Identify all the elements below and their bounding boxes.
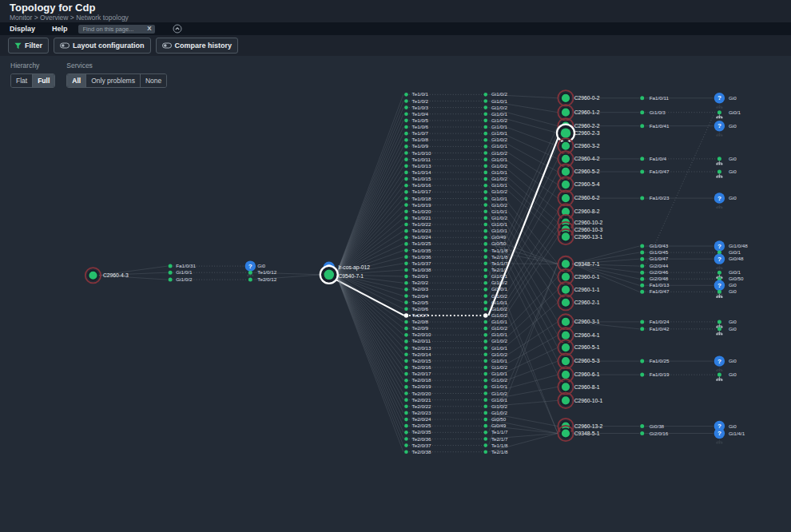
services-option-all[interactable]: All bbox=[67, 74, 86, 87]
port-dot bbox=[483, 320, 487, 324]
port-label: Te2/0/21 bbox=[412, 397, 432, 403]
port-dot bbox=[483, 255, 487, 259]
port-dot bbox=[404, 125, 408, 129]
port-dot bbox=[404, 268, 408, 272]
device-label: C2960-4-3 bbox=[103, 272, 129, 278]
leaf-device-node[interactable] bbox=[717, 110, 721, 114]
breadcrumb-network-topology[interactable]: Network topology bbox=[76, 14, 129, 22]
leaf-device-node[interactable] bbox=[717, 327, 721, 331]
device-node[interactable] bbox=[561, 154, 570, 164]
leaf-device-node[interactable] bbox=[717, 271, 721, 275]
device-node[interactable] bbox=[561, 428, 570, 438]
device-node[interactable] bbox=[561, 356, 570, 366]
leaf-device-node[interactable] bbox=[717, 373, 721, 377]
port-label: Te1/0/15 bbox=[412, 176, 432, 181]
search-clear-icon[interactable]: X bbox=[147, 26, 151, 32]
device-node[interactable] bbox=[561, 141, 570, 151]
port-label: Te1/0/3 bbox=[412, 105, 429, 110]
port-dot bbox=[404, 242, 408, 246]
port-label: Gi1/0/2 bbox=[491, 391, 508, 396]
device-label: C9348-7-1 bbox=[574, 261, 600, 267]
leaf-device-node[interactable] bbox=[717, 290, 721, 294]
port-dot bbox=[640, 251, 644, 255]
leaf-device-node[interactable] bbox=[717, 320, 721, 324]
port-dot bbox=[483, 372, 487, 376]
device-node[interactable] bbox=[561, 317, 570, 327]
device-node[interactable] bbox=[561, 108, 570, 117]
port-dot bbox=[483, 105, 487, 109]
device-node-selected[interactable] bbox=[561, 128, 571, 138]
device-node[interactable] bbox=[561, 232, 570, 241]
device-node[interactable] bbox=[561, 370, 570, 379]
device-node[interactable] bbox=[561, 285, 570, 295]
port-dot bbox=[483, 391, 487, 395]
port-label: Te2/0/12 bbox=[257, 276, 277, 282]
services-option-none[interactable]: None bbox=[141, 74, 166, 87]
port-dot bbox=[169, 271, 173, 275]
device-node[interactable] bbox=[561, 331, 570, 340]
device-node[interactable] bbox=[561, 93, 570, 103]
port-dot bbox=[404, 216, 408, 220]
compare-history-button[interactable]: Compare history bbox=[156, 38, 239, 54]
menu-help[interactable]: Help bbox=[52, 25, 68, 33]
port-label: Te1/0/9 bbox=[412, 143, 429, 149]
device-label: C2960-1-1 bbox=[574, 287, 600, 292]
search-input[interactable] bbox=[81, 25, 148, 34]
device-node[interactable] bbox=[561, 272, 570, 281]
port-dot bbox=[483, 223, 487, 227]
device-node[interactable] bbox=[561, 167, 570, 177]
port-dot bbox=[404, 281, 408, 285]
tree-icon bbox=[717, 105, 721, 106]
port-label: Te2/0/37 bbox=[412, 443, 432, 448]
port-label: Gi1/0/1 bbox=[491, 143, 508, 149]
port-dot bbox=[404, 288, 408, 292]
port-dot bbox=[404, 197, 408, 200]
services-option-only-problems[interactable]: Only problems bbox=[86, 74, 141, 87]
question-mark-icon: ? bbox=[717, 195, 721, 202]
device-node[interactable] bbox=[88, 271, 97, 280]
port-dot bbox=[404, 132, 408, 136]
breadcrumb-overview[interactable]: Overview bbox=[40, 14, 68, 22]
toggle-icon bbox=[60, 42, 70, 49]
port-dot bbox=[483, 190, 487, 194]
port-label: Gi2/0/44 bbox=[650, 263, 669, 268]
port-label: Te1/0/6 bbox=[412, 124, 429, 129]
collapse-panel-button[interactable] bbox=[173, 24, 182, 34]
breadcrumb-monitor[interactable]: Monitor bbox=[10, 14, 32, 22]
find-on-page-search[interactable]: X bbox=[78, 25, 155, 34]
device-node[interactable] bbox=[561, 382, 570, 391]
tree-icon bbox=[716, 326, 717, 328]
port-label: Gi1/0/1 bbox=[491, 221, 508, 227]
port-label: Gi1/0/1 bbox=[491, 345, 508, 351]
device-node-selected[interactable] bbox=[324, 270, 335, 280]
endpoint-label: Gi1/4/1 bbox=[729, 431, 745, 436]
port-label: Te2/0/8 bbox=[412, 319, 429, 324]
hierarchy-option-flat[interactable]: Flat bbox=[11, 74, 33, 87]
device-node[interactable] bbox=[561, 298, 570, 308]
device-node[interactable] bbox=[561, 395, 570, 405]
device-node[interactable] bbox=[561, 193, 570, 203]
tree-icon bbox=[718, 207, 720, 208]
filter-button[interactable]: Filter bbox=[8, 38, 49, 54]
device-node[interactable] bbox=[561, 259, 570, 268]
port-dot bbox=[483, 339, 487, 343]
port-label: Gi1/0/2 bbox=[491, 325, 508, 331]
hierarchy-option-full[interactable]: Full bbox=[33, 74, 54, 87]
leaf-device-node[interactable] bbox=[717, 169, 721, 173]
port-label: Gi1/0/1 bbox=[491, 286, 508, 292]
device-node[interactable] bbox=[561, 180, 570, 189]
device-label: C2960-8-1 bbox=[574, 384, 600, 390]
endpoint-label: Gi0/50 bbox=[729, 276, 744, 281]
endpoint-label: Gi0/1 bbox=[729, 109, 741, 115]
port-dot bbox=[483, 93, 487, 97]
device-label: C2960-6-1 bbox=[574, 371, 600, 377]
menu-display[interactable]: Display bbox=[10, 25, 35, 33]
leaf-device-node[interactable] bbox=[717, 157, 721, 161]
topology-canvas[interactable]: C2960-4-3Fa1/0/31?Gi0Gi1/0/1Te1/0/12Gi1/… bbox=[0, 56, 791, 532]
port-label: Gi1/0/1 bbox=[491, 319, 508, 324]
port-label: Gi0/38 bbox=[650, 423, 665, 429]
port-label: Gi1/0/2 bbox=[491, 150, 508, 156]
layout-configuration-button[interactable]: Layout configuration bbox=[54, 38, 151, 54]
tree-icon bbox=[718, 379, 720, 381]
device-node[interactable] bbox=[561, 343, 570, 352]
